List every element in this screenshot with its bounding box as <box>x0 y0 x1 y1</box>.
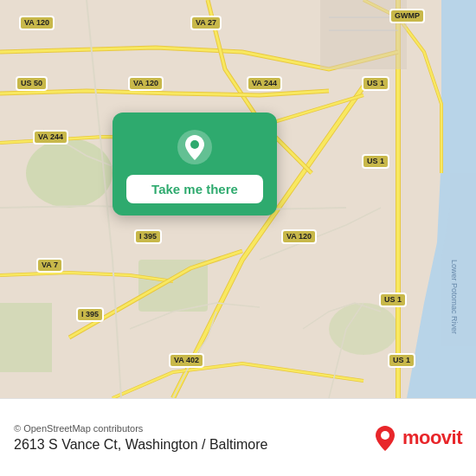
road-badge-i395-1: I 395 <box>134 229 162 244</box>
road-badge-va244-2: VA 244 <box>33 130 68 145</box>
svg-point-8 <box>190 140 199 149</box>
take-me-there-button[interactable]: Take me there <box>126 175 263 203</box>
svg-point-9 <box>381 431 389 440</box>
bottom-left: © OpenStreetMap contributors 2613 S Vanc… <box>14 423 267 453</box>
road-badge-va402: VA 402 <box>169 353 204 368</box>
svg-rect-4 <box>0 303 52 372</box>
road-badge-va7: VA 7 <box>36 258 63 273</box>
bottom-bar: © OpenStreetMap contributors 2613 S Vanc… <box>0 398 476 476</box>
moovit-logo: moovit <box>371 424 462 452</box>
road-badge-us1-2: US 1 <box>362 154 389 169</box>
road-badge-gwmp: GWMP <box>389 9 425 23</box>
road-badge-i395-2: I 395 <box>76 307 104 322</box>
svg-text:Lower Potomac River: Lower Potomac River <box>450 260 459 334</box>
moovit-pin-icon <box>371 424 399 452</box>
road-badge-va120-2: VA 120 <box>128 76 164 91</box>
location-pin-icon <box>176 128 214 166</box>
road-badge-va244-1: VA 244 <box>247 76 282 91</box>
road-badge-va120-1: VA 120 <box>19 16 55 30</box>
road-badge-us50: US 50 <box>16 76 48 91</box>
road-badge-us1-3: US 1 <box>379 293 407 307</box>
address-text: 2613 S Vance Ct, Washington / Baltimore <box>14 437 267 453</box>
road-badge-us1-4: US 1 <box>388 353 415 368</box>
map-container: Lower Potomac River VA 120 VA 27 GWMP US… <box>0 0 476 398</box>
svg-point-1 <box>26 138 113 208</box>
road-badge-va27: VA 27 <box>190 16 222 30</box>
road-badge-us1-1: US 1 <box>362 76 389 91</box>
svg-point-3 <box>329 303 398 355</box>
popup-card: Take me there <box>113 113 277 215</box>
road-badge-va120-3: VA 120 <box>281 229 317 244</box>
copyright-text: © OpenStreetMap contributors <box>14 423 267 434</box>
moovit-brand-text: moovit <box>402 427 462 449</box>
